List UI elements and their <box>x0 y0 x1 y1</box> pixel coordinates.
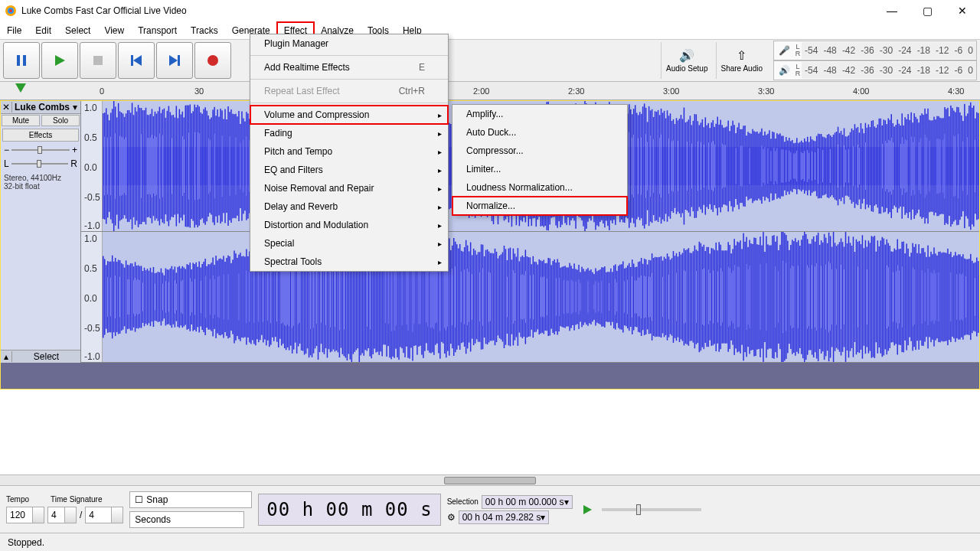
menu-transport[interactable]: Transport <box>131 22 184 39</box>
svg-rect-337 <box>449 123 449 210</box>
svg-rect-729 <box>876 128 877 204</box>
share-audio-button[interactable]: ⇧ Share Audio <box>716 42 768 79</box>
svg-rect-976 <box>267 273 268 321</box>
timesig-den-select[interactable]: 4 <box>85 507 123 523</box>
record-button[interactable] <box>194 42 231 79</box>
snap-checkbox[interactable]: ☐Snap <box>129 491 252 508</box>
play-at-speed-button[interactable] <box>579 501 596 518</box>
svg-rect-1598 <box>958 254 959 339</box>
skip-end-button[interactable] <box>156 42 193 79</box>
timesig-num-input[interactable]: 4 <box>47 507 77 523</box>
share-icon: ⇧ <box>737 48 746 63</box>
menu-file[interactable]: File <box>0 22 28 39</box>
timeline-ruler[interactable]: 0 30 2:00 2:30 3:00 3:30 4:00 4:30 <box>0 82 980 100</box>
svg-rect-593 <box>726 126 727 205</box>
tempo-input[interactable]: 120 <box>6 507 44 523</box>
menu-normalize[interactable]: Normalize... <box>452 197 627 215</box>
svg-rect-698 <box>839 133 840 199</box>
svg-rect-549 <box>678 141 678 191</box>
record-meter[interactable]: 🎤 LR -54-48-42-36-30-24-18-12-60 <box>773 41 977 60</box>
svg-rect-735 <box>884 119 884 212</box>
svg-rect-907 <box>190 278 191 315</box>
svg-point-2 <box>9 9 12 12</box>
close-button[interactable]: ✕ <box>945 0 980 21</box>
svg-rect-1304 <box>630 267 631 327</box>
pause-button[interactable] <box>3 42 40 79</box>
gear-icon[interactable]: ⚙ <box>447 512 456 523</box>
playback-meter[interactable]: 🔊 LR -54-48-42-36-30-24-18-12-60 <box>773 60 977 80</box>
gain-slider[interactable]: −+ <box>4 145 77 155</box>
playback-speed-slider[interactable] <box>602 508 701 511</box>
svg-rect-595 <box>729 131 730 201</box>
play-button[interactable] <box>41 42 78 79</box>
svg-rect-1449 <box>789 250 789 344</box>
svg-rect-1578 <box>933 269 934 324</box>
track-select-button[interactable]: Select <box>12 351 80 362</box>
svg-rect-1371 <box>704 268 704 325</box>
svg-rect-519 <box>645 134 646 198</box>
svg-rect-1329 <box>652 273 652 321</box>
stop-button[interactable] <box>80 42 116 79</box>
pan-slider[interactable]: LR <box>4 159 77 168</box>
snap-unit-select[interactable]: Seconds <box>129 511 244 528</box>
track-control-panel[interactable]: ✕ Luke Combs ▾ Mute Solo Effects −+ LR S… <box>1 101 81 363</box>
menu-special[interactable]: Special▸ <box>250 234 448 253</box>
menu-fading[interactable]: Fading▸ <box>250 124 448 142</box>
svg-rect-1615 <box>976 258 977 337</box>
svg-rect-85 <box>181 115 181 218</box>
menu-limiter[interactable]: Limiter... <box>452 160 627 178</box>
svg-rect-614 <box>752 129 753 204</box>
svg-rect-652 <box>790 152 791 180</box>
svg-rect-116 <box>214 134 214 199</box>
audio-setup-button[interactable]: 🔊 Audio Setup <box>661 42 713 79</box>
menu-compressor[interactable]: Compressor... <box>452 142 627 160</box>
svg-rect-1291 <box>615 279 616 315</box>
menu-volume-compression[interactable]: Volume and Compression▸ <box>250 106 448 124</box>
menu-loudness-normalization[interactable]: Loudness Normalization... <box>452 178 627 197</box>
menu-select[interactable]: Select <box>58 22 97 39</box>
horizontal-scrollbar[interactable] <box>0 474 980 485</box>
svg-rect-1524 <box>874 236 875 358</box>
menu-distortion-modulation[interactable]: Distortion and Modulation▸ <box>250 216 448 234</box>
mute-button[interactable]: Mute <box>2 115 40 126</box>
svg-rect-853 <box>130 263 131 331</box>
menu-auto-duck[interactable]: Auto Duck... <box>452 123 627 142</box>
svg-rect-1507 <box>851 246 852 348</box>
menu-pitch-tempo[interactable]: Pitch and Tempo▸ <box>250 142 448 161</box>
track-menu-chevron[interactable]: ▾ <box>70 102 80 112</box>
minimize-button[interactable]: — <box>874 0 910 21</box>
svg-rect-1595 <box>955 252 956 342</box>
menu-amplify[interactable]: Amplify... <box>452 105 627 123</box>
svg-rect-632 <box>772 132 773 201</box>
effect-menu-dropdown: Plugin Manager Add Realtime EffectsE Rep… <box>250 34 449 272</box>
svg-rect-1478 <box>819 245 820 349</box>
track-collapse-button[interactable]: ▴ <box>1 351 12 362</box>
svg-rect-1083 <box>390 262 391 331</box>
selection-end-input[interactable]: 00 h 04 m 29.282 s▾ <box>459 510 550 524</box>
waveform-right[interactable] <box>103 232 979 362</box>
time-display[interactable]: 00 h 00 m 00 s <box>258 494 440 526</box>
menu-noise-removal[interactable]: Noise Removal and Repair▸ <box>250 179 448 197</box>
menu-tracks[interactable]: Tracks <box>184 22 225 39</box>
svg-rect-1610 <box>970 254 971 340</box>
svg-rect-1177 <box>488 272 489 321</box>
menu-plugin-manager[interactable]: Plugin Manager <box>250 34 448 53</box>
menu-add-realtime-effects[interactable]: Add Realtime EffectsE <box>250 58 448 77</box>
skip-start-button[interactable] <box>118 42 155 79</box>
maximize-button[interactable]: ▢ <box>910 0 945 21</box>
svg-rect-50 <box>142 110 143 222</box>
playhead-marker[interactable] <box>15 83 26 93</box>
track-name[interactable]: Luke Combs <box>12 102 70 112</box>
menu-view[interactable]: View <box>97 22 131 39</box>
menu-delay-reverb[interactable]: Delay and Reverb▸ <box>250 197 448 216</box>
svg-rect-119 <box>218 117 219 216</box>
menu-spectral-tools[interactable]: Spectral Tools▸ <box>250 253 448 271</box>
menu-edit[interactable]: Edit <box>28 22 58 39</box>
menu-eq-filters[interactable]: EQ and Filters▸ <box>250 161 448 179</box>
track-close-button[interactable]: ✕ <box>1 102 12 112</box>
selection-start-input[interactable]: 00 h 00 m 00.000 s▾ <box>482 495 573 509</box>
solo-button[interactable]: Solo <box>41 115 80 126</box>
svg-rect-686 <box>824 137 825 195</box>
svg-rect-1536 <box>890 246 890 348</box>
effects-button[interactable]: Effects <box>2 129 79 142</box>
